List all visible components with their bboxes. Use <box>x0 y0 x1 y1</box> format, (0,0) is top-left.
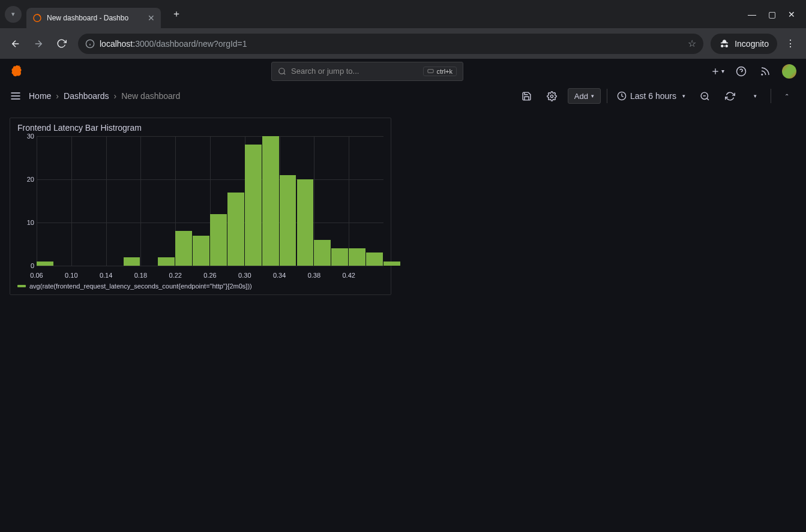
gridline <box>37 136 37 266</box>
back-button[interactable] <box>6 34 25 53</box>
bookmark-star-icon[interactable]: ☆ <box>688 38 696 49</box>
svg-point-15 <box>551 95 553 97</box>
dashboard-canvas[interactable]: Frontend Latency Bar Histrogram 01020300… <box>0 108 806 532</box>
divider <box>607 89 607 103</box>
svg-point-4 <box>279 68 284 73</box>
panel-title: Frontend Latency Bar Histrogram <box>17 123 383 133</box>
tab-title: New dashboard - Dashbo <box>47 14 145 22</box>
save-icon <box>522 91 532 101</box>
x-tick-label: 0.22 <box>169 272 181 279</box>
histogram-bar <box>349 248 365 266</box>
maximize-icon[interactable]: ▢ <box>768 10 776 19</box>
gridline <box>71 136 72 266</box>
histogram-bar <box>262 136 279 266</box>
legend-swatch-icon <box>17 285 26 287</box>
histogram-bar <box>314 240 331 266</box>
histogram-bar <box>331 248 348 266</box>
browser-tab-bar: ▾ New dashboard - Dashbo ✕ ＋ — ▢ ✕ <box>0 0 806 28</box>
search-icon <box>278 67 286 76</box>
zoom-out-icon <box>700 91 710 101</box>
refresh-interval-button[interactable]: ▾ <box>745 86 765 106</box>
incognito-badge[interactable]: Incognito <box>711 34 777 54</box>
x-tick-label: 0.06 <box>30 272 43 279</box>
x-tick-label: 0.18 <box>134 272 147 279</box>
panel-legend[interactable]: avg(rate(frontend_request_latency_second… <box>17 282 383 290</box>
tab-search-button[interactable]: ▾ <box>5 6 22 23</box>
legend-label: avg(rate(frontend_request_latency_second… <box>29 282 252 290</box>
breadcrumb-dashboards[interactable]: Dashboards <box>64 91 109 101</box>
y-tick-label: 10 <box>27 219 34 226</box>
chevron-down-icon: ▾ <box>682 93 685 99</box>
gear-icon <box>547 91 557 101</box>
histogram-bar <box>280 175 296 266</box>
url-bar[interactable]: localhost:3000/dashboard/new?orgId=1 ☆ <box>78 34 703 54</box>
search-placeholder: Search or jump to... <box>291 67 423 76</box>
refresh-button[interactable] <box>720 86 739 106</box>
x-tick-label: 0.14 <box>100 272 112 279</box>
chevron-right-icon: › <box>56 91 59 101</box>
gridline <box>37 266 383 266</box>
minimize-icon[interactable]: — <box>748 10 756 19</box>
time-range-picker[interactable]: Last 6 hours ▾ <box>613 91 689 101</box>
refresh-icon <box>725 91 735 101</box>
breadcrumb: Home › Dashboards › New dashboard <box>29 91 180 101</box>
histogram-bar <box>158 257 175 266</box>
y-tick-label: 0 <box>31 262 34 269</box>
x-tick-label: 0.42 <box>342 272 355 279</box>
panel-frontend-latency[interactable]: Frontend Latency Bar Histrogram 01020300… <box>10 118 391 295</box>
histogram-bar <box>245 145 262 266</box>
gridline <box>140 136 141 266</box>
histogram-bar <box>175 231 192 266</box>
browser-tab[interactable]: New dashboard - Dashbo ✕ <box>26 8 161 28</box>
zoom-out-button[interactable] <box>695 86 714 106</box>
svg-point-11 <box>762 74 763 75</box>
incognito-icon <box>719 38 730 49</box>
rss-icon <box>760 66 771 77</box>
toggle-menu-button[interactable] <box>10 90 22 102</box>
news-button[interactable] <box>758 64 772 79</box>
histogram-bar <box>383 262 400 266</box>
plus-icon <box>711 67 720 76</box>
clock-icon <box>617 91 627 101</box>
save-dashboard-button[interactable] <box>517 86 537 106</box>
tab-close-icon[interactable]: ✕ <box>148 13 155 23</box>
y-tick-label: 30 <box>27 133 34 140</box>
breadcrumb-home[interactable]: Home <box>29 91 51 101</box>
histogram-chart: 01020300.060.100.140.180.220.260.300.340… <box>17 136 383 280</box>
histogram-bar <box>227 193 244 266</box>
forward-button[interactable] <box>29 34 48 53</box>
histogram-bar <box>210 214 227 266</box>
histogram-bar <box>366 253 383 266</box>
help-button[interactable] <box>734 64 748 79</box>
add-panel-button[interactable]: Add ▾ <box>568 88 601 104</box>
chevron-down-icon: ▾ <box>591 93 594 99</box>
close-window-icon[interactable]: ✕ <box>788 10 795 19</box>
histogram-bar <box>37 262 53 266</box>
chevron-right-icon: › <box>114 91 117 101</box>
user-avatar[interactable] <box>782 64 796 79</box>
histogram-bar <box>193 236 209 266</box>
reload-button[interactable] <box>52 34 71 53</box>
collapse-button[interactable]: ⌃ <box>777 86 796 106</box>
svg-line-18 <box>706 98 708 100</box>
help-icon <box>736 66 747 77</box>
histogram-bar <box>124 257 140 266</box>
chevron-up-icon: ⌃ <box>784 93 789 100</box>
x-tick-label: 0.10 <box>65 272 77 279</box>
chevron-down-icon: ▾ <box>721 68 724 74</box>
x-tick-label: 0.30 <box>238 272 251 279</box>
chevron-down-icon: ▾ <box>754 93 757 99</box>
histogram-bar <box>297 179 314 266</box>
url-text: localhost:3000/dashboard/new?orgId=1 <box>100 39 247 49</box>
dashboard-settings-button[interactable] <box>543 86 562 106</box>
create-menu[interactable]: ▾ <box>711 67 724 76</box>
browser-menu-icon[interactable]: ⋮ <box>781 38 800 49</box>
global-search[interactable]: Search or jump to... ctrl+k <box>271 62 463 81</box>
site-info-icon[interactable] <box>85 39 95 49</box>
breadcrumb-current: New dashboard <box>121 91 180 101</box>
new-tab-button[interactable]: ＋ <box>168 6 185 23</box>
search-kbd: ctrl+k <box>423 67 457 76</box>
svg-line-5 <box>284 73 286 74</box>
gridline <box>106 136 107 266</box>
grafana-logo-icon[interactable] <box>10 64 24 79</box>
